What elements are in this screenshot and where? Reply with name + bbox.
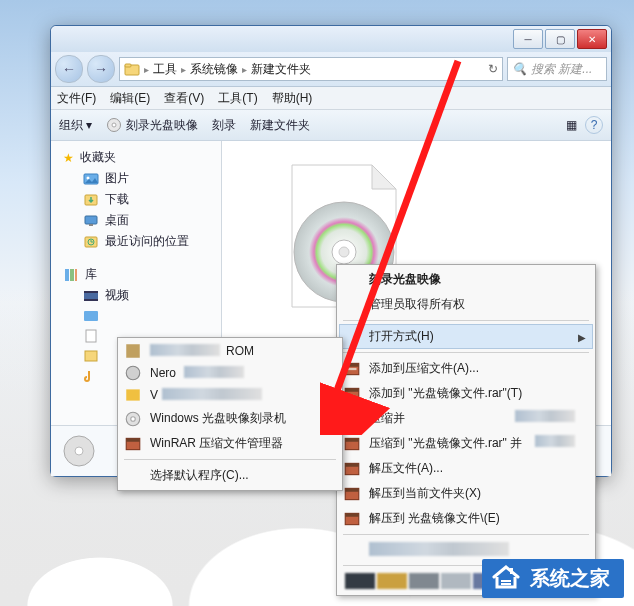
menu-item-app-v[interactable]: V — [120, 384, 340, 406]
menu-edit[interactable]: 编辑(E) — [110, 90, 150, 107]
sidebar-head-libraries[interactable]: 库 — [51, 264, 221, 285]
app-icon — [124, 386, 142, 404]
redacted-text — [515, 410, 575, 422]
sidebar-item-pictures[interactable]: 图片 — [51, 168, 221, 189]
forward-button[interactable]: → — [87, 55, 115, 83]
refresh-button[interactable]: ↻ — [488, 62, 498, 76]
close-button[interactable]: ✕ — [577, 29, 607, 49]
menu-tools[interactable]: 工具(T) — [218, 90, 257, 107]
menu-item-burn[interactable]: 刻录光盘映像 — [339, 267, 593, 292]
crumb-3[interactable]: 新建文件夹 — [251, 61, 311, 78]
menu-item-open-with[interactable]: 打开方式(H) ▶ — [339, 324, 593, 349]
crumb-2[interactable]: 系统镜像 — [190, 61, 238, 78]
burn-image-label: 刻录光盘映像 — [126, 117, 198, 134]
crumb-sep-icon: ▸ — [242, 64, 247, 75]
breadcrumb[interactable]: ▸ 工具 ▸ 系统镜像 ▸ 新建文件夹 ↻ — [119, 57, 503, 81]
svg-rect-37 — [345, 488, 359, 491]
menu-item-label: 刻录光盘映像 — [369, 272, 441, 286]
svg-rect-26 — [345, 363, 359, 366]
crumb-1[interactable]: 工具 — [153, 61, 177, 78]
svg-rect-15 — [84, 291, 98, 293]
downloads-icon — [83, 192, 99, 208]
sidebar-item-desktop[interactable]: 桌面 — [51, 210, 221, 231]
svg-rect-27 — [348, 367, 357, 369]
new-folder-button[interactable]: 新建文件夹 — [250, 117, 310, 134]
app-icon — [124, 364, 142, 382]
organize-button[interactable]: 组织 ▾ — [59, 117, 92, 134]
menu-item-label: Windows 光盘映像刻录机 — [150, 411, 286, 425]
submenu-arrow-icon: ▶ — [578, 331, 586, 342]
menu-item-app-winburner[interactable]: Windows 光盘映像刻录机 — [120, 406, 340, 431]
svg-rect-12 — [70, 269, 74, 281]
rar-icon — [343, 435, 361, 453]
svg-rect-48 — [510, 568, 513, 574]
menu-item-extract-here[interactable]: 解压到当前文件夹(X) — [339, 481, 593, 506]
svg-point-22 — [339, 247, 349, 257]
svg-rect-39 — [345, 513, 359, 516]
svg-rect-18 — [86, 330, 96, 342]
svg-rect-35 — [345, 463, 359, 466]
brand-badge: 系统之家 — [482, 559, 624, 598]
menu-help[interactable]: 帮助(H) — [272, 90, 313, 107]
menubar: 文件(F) 编辑(E) 查看(V) 工具(T) 帮助(H) — [51, 87, 611, 110]
svg-rect-19 — [85, 351, 97, 361]
menu-view[interactable]: 查看(V) — [164, 90, 204, 107]
rar-icon — [124, 435, 142, 453]
sidebar-favorites: ★ 收藏夹 图片 下载 桌面 最近访问的位置 — [51, 147, 221, 252]
search-input[interactable]: 🔍 搜索 新建... — [507, 57, 607, 81]
menu-item-compress-and[interactable]: 压缩并 — [339, 406, 593, 431]
help-icon[interactable]: ? — [585, 116, 603, 134]
toolbar: 组织 ▾ 刻录光盘映像 刻录 新建文件夹 ▦ ? — [51, 110, 611, 141]
minimize-button[interactable]: ─ — [513, 29, 543, 49]
rar-icon — [343, 385, 361, 403]
app-icon — [124, 342, 142, 360]
menu-item-label: Nero — [150, 366, 176, 380]
svg-rect-33 — [345, 438, 359, 441]
disc-icon — [106, 117, 122, 133]
menu-item-add-to-rar[interactable]: 添加到 "光盘镜像文件.rar"(T) — [339, 381, 593, 406]
svg-rect-16 — [84, 299, 98, 301]
back-button[interactable]: ← — [55, 55, 83, 83]
menu-item-choose-default[interactable]: 选择默认程序(C)... — [120, 463, 340, 488]
pictures-icon — [83, 171, 99, 187]
sidebar-item-label: 桌面 — [105, 212, 129, 229]
redacted-text — [150, 344, 220, 356]
burn-button[interactable]: 刻录 — [212, 117, 236, 134]
burn-image-button[interactable]: 刻录光盘映像 — [106, 117, 198, 134]
menu-item-app-winrar[interactable]: WinRAR 压缩文件管理器 — [120, 431, 340, 456]
menu-separator — [124, 459, 336, 460]
svg-rect-13 — [75, 269, 77, 281]
menu-item-compress-to[interactable]: 压缩到 "光盘镜像文件.rar" 并 — [339, 431, 593, 456]
menu-item-label: 打开方式(H) — [369, 329, 434, 343]
star-icon: ★ — [63, 151, 74, 165]
sidebar-item-recent[interactable]: 最近访问的位置 — [51, 231, 221, 252]
menu-item-label: ROM — [226, 344, 254, 358]
sidebar-item-downloads[interactable]: 下载 — [51, 189, 221, 210]
menu-item-extract[interactable]: 解压文件(A)... — [339, 456, 593, 481]
maximize-button[interactable]: ▢ — [545, 29, 575, 49]
sidebar-item-video[interactable]: 视频 — [51, 285, 221, 306]
menu-item-app-nero[interactable]: Nero — [120, 362, 340, 384]
disc-icon — [61, 433, 97, 469]
menu-item-label: 管理员取得所有权 — [369, 297, 465, 311]
menu-item-label: 解压文件(A)... — [369, 461, 443, 475]
titlebar: ─ ▢ ✕ — [51, 26, 611, 52]
sidebar-head-favorites[interactable]: ★ 收藏夹 — [51, 147, 221, 168]
sidebar-item-placeholder[interactable] — [51, 306, 221, 326]
desktop-icon — [83, 213, 99, 229]
menu-item-label: 压缩到 "光盘镜像文件.rar" 并 — [369, 436, 522, 450]
svg-rect-7 — [85, 216, 97, 224]
menu-item-add-compress[interactable]: 添加到压缩文件(A)... — [339, 356, 593, 381]
search-icon: 🔍 — [512, 62, 527, 76]
brand-label: 系统之家 — [530, 565, 610, 592]
menu-file[interactable]: 文件(F) — [57, 90, 96, 107]
documents-icon — [83, 328, 99, 344]
redacted-text — [369, 542, 509, 556]
menu-item-app-rom[interactable]: ROM — [120, 340, 340, 362]
svg-rect-46 — [126, 438, 140, 441]
views-button[interactable]: ▦ — [566, 118, 577, 132]
menu-item-extract-to[interactable]: 解压到 光盘镜像文件\(E) — [339, 506, 593, 531]
menu-item-admin[interactable]: 管理员取得所有权 — [339, 292, 593, 317]
svg-rect-11 — [65, 269, 69, 281]
svg-rect-31 — [345, 413, 359, 416]
